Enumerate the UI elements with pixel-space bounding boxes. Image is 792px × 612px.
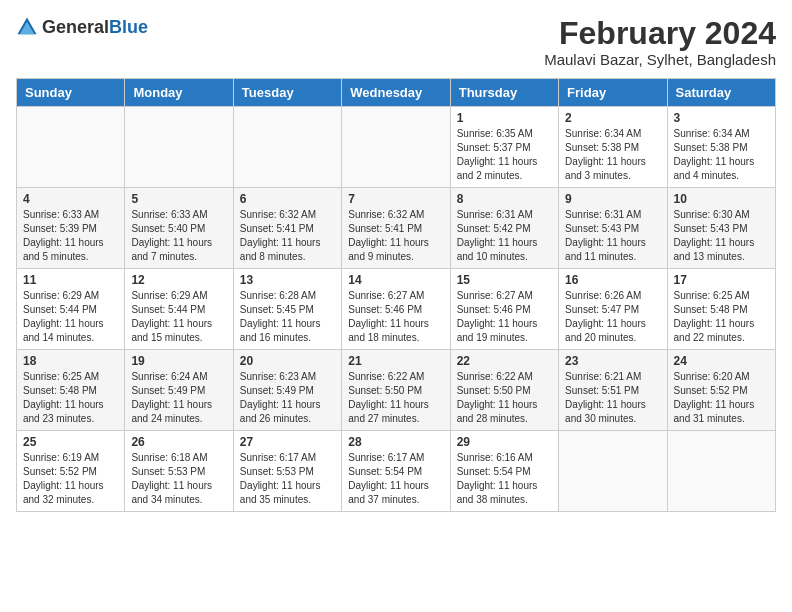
day-info: Sunrise: 6:35 AM Sunset: 5:37 PM Dayligh… <box>457 127 552 183</box>
day-info: Sunrise: 6:26 AM Sunset: 5:47 PM Dayligh… <box>565 289 660 345</box>
day-info: Sunrise: 6:32 AM Sunset: 5:41 PM Dayligh… <box>348 208 443 264</box>
logo-text-general: General <box>42 17 109 37</box>
day-number: 1 <box>457 111 552 125</box>
day-number: 6 <box>240 192 335 206</box>
calendar-cell: 6Sunrise: 6:32 AM Sunset: 5:41 PM Daylig… <box>233 188 341 269</box>
day-info: Sunrise: 6:20 AM Sunset: 5:52 PM Dayligh… <box>674 370 769 426</box>
calendar-cell <box>342 107 450 188</box>
day-info: Sunrise: 6:17 AM Sunset: 5:54 PM Dayligh… <box>348 451 443 507</box>
calendar-cell: 29Sunrise: 6:16 AM Sunset: 5:54 PM Dayli… <box>450 431 558 512</box>
calendar-cell: 4Sunrise: 6:33 AM Sunset: 5:39 PM Daylig… <box>17 188 125 269</box>
day-info: Sunrise: 6:21 AM Sunset: 5:51 PM Dayligh… <box>565 370 660 426</box>
day-info: Sunrise: 6:16 AM Sunset: 5:54 PM Dayligh… <box>457 451 552 507</box>
calendar-cell: 12Sunrise: 6:29 AM Sunset: 5:44 PM Dayli… <box>125 269 233 350</box>
calendar-cell <box>559 431 667 512</box>
calendar-cell <box>17 107 125 188</box>
calendar-cell: 24Sunrise: 6:20 AM Sunset: 5:52 PM Dayli… <box>667 350 775 431</box>
calendar-cell: 13Sunrise: 6:28 AM Sunset: 5:45 PM Dayli… <box>233 269 341 350</box>
day-info: Sunrise: 6:25 AM Sunset: 5:48 PM Dayligh… <box>674 289 769 345</box>
calendar-week-row: 4Sunrise: 6:33 AM Sunset: 5:39 PM Daylig… <box>17 188 776 269</box>
day-info: Sunrise: 6:19 AM Sunset: 5:52 PM Dayligh… <box>23 451 118 507</box>
calendar-cell: 19Sunrise: 6:24 AM Sunset: 5:49 PM Dayli… <box>125 350 233 431</box>
calendar-cell <box>233 107 341 188</box>
calendar-cell: 9Sunrise: 6:31 AM Sunset: 5:43 PM Daylig… <box>559 188 667 269</box>
calendar-cell: 20Sunrise: 6:23 AM Sunset: 5:49 PM Dayli… <box>233 350 341 431</box>
day-number: 10 <box>674 192 769 206</box>
day-info: Sunrise: 6:25 AM Sunset: 5:48 PM Dayligh… <box>23 370 118 426</box>
calendar-cell: 5Sunrise: 6:33 AM Sunset: 5:40 PM Daylig… <box>125 188 233 269</box>
calendar-week-row: 1Sunrise: 6:35 AM Sunset: 5:37 PM Daylig… <box>17 107 776 188</box>
day-number: 25 <box>23 435 118 449</box>
day-info: Sunrise: 6:22 AM Sunset: 5:50 PM Dayligh… <box>348 370 443 426</box>
day-info: Sunrise: 6:33 AM Sunset: 5:40 PM Dayligh… <box>131 208 226 264</box>
calendar-week-row: 18Sunrise: 6:25 AM Sunset: 5:48 PM Dayli… <box>17 350 776 431</box>
calendar-cell: 27Sunrise: 6:17 AM Sunset: 5:53 PM Dayli… <box>233 431 341 512</box>
day-number: 16 <box>565 273 660 287</box>
calendar-cell <box>125 107 233 188</box>
day-number: 4 <box>23 192 118 206</box>
day-number: 21 <box>348 354 443 368</box>
calendar-week-row: 11Sunrise: 6:29 AM Sunset: 5:44 PM Dayli… <box>17 269 776 350</box>
calendar-location: Maulavi Bazar, Sylhet, Bangladesh <box>544 51 776 68</box>
calendar-day-header: Sunday <box>17 79 125 107</box>
calendar-day-header: Tuesday <box>233 79 341 107</box>
day-info: Sunrise: 6:18 AM Sunset: 5:53 PM Dayligh… <box>131 451 226 507</box>
calendar-cell <box>667 431 775 512</box>
day-number: 18 <box>23 354 118 368</box>
day-number: 29 <box>457 435 552 449</box>
day-number: 2 <box>565 111 660 125</box>
day-info: Sunrise: 6:33 AM Sunset: 5:39 PM Dayligh… <box>23 208 118 264</box>
day-number: 28 <box>348 435 443 449</box>
day-info: Sunrise: 6:24 AM Sunset: 5:49 PM Dayligh… <box>131 370 226 426</box>
day-number: 9 <box>565 192 660 206</box>
calendar-cell: 7Sunrise: 6:32 AM Sunset: 5:41 PM Daylig… <box>342 188 450 269</box>
day-info: Sunrise: 6:22 AM Sunset: 5:50 PM Dayligh… <box>457 370 552 426</box>
day-info: Sunrise: 6:29 AM Sunset: 5:44 PM Dayligh… <box>23 289 118 345</box>
logo-text-blue: Blue <box>109 17 148 37</box>
day-info: Sunrise: 6:34 AM Sunset: 5:38 PM Dayligh… <box>674 127 769 183</box>
page-header: GeneralBlue February 2024 Maulavi Bazar,… <box>16 16 776 68</box>
calendar-cell: 23Sunrise: 6:21 AM Sunset: 5:51 PM Dayli… <box>559 350 667 431</box>
day-number: 7 <box>348 192 443 206</box>
calendar-table: SundayMondayTuesdayWednesdayThursdayFrid… <box>16 78 776 512</box>
calendar-day-header: Thursday <box>450 79 558 107</box>
calendar-day-header: Saturday <box>667 79 775 107</box>
day-info: Sunrise: 6:17 AM Sunset: 5:53 PM Dayligh… <box>240 451 335 507</box>
day-number: 14 <box>348 273 443 287</box>
day-number: 27 <box>240 435 335 449</box>
day-info: Sunrise: 6:31 AM Sunset: 5:43 PM Dayligh… <box>565 208 660 264</box>
day-info: Sunrise: 6:27 AM Sunset: 5:46 PM Dayligh… <box>348 289 443 345</box>
calendar-cell: 17Sunrise: 6:25 AM Sunset: 5:48 PM Dayli… <box>667 269 775 350</box>
calendar-cell: 21Sunrise: 6:22 AM Sunset: 5:50 PM Dayli… <box>342 350 450 431</box>
calendar-cell: 11Sunrise: 6:29 AM Sunset: 5:44 PM Dayli… <box>17 269 125 350</box>
calendar-cell: 22Sunrise: 6:22 AM Sunset: 5:50 PM Dayli… <box>450 350 558 431</box>
calendar-cell: 1Sunrise: 6:35 AM Sunset: 5:37 PM Daylig… <box>450 107 558 188</box>
calendar-cell: 8Sunrise: 6:31 AM Sunset: 5:42 PM Daylig… <box>450 188 558 269</box>
day-info: Sunrise: 6:28 AM Sunset: 5:45 PM Dayligh… <box>240 289 335 345</box>
day-number: 24 <box>674 354 769 368</box>
day-number: 23 <box>565 354 660 368</box>
calendar-week-row: 25Sunrise: 6:19 AM Sunset: 5:52 PM Dayli… <box>17 431 776 512</box>
calendar-day-header: Friday <box>559 79 667 107</box>
day-info: Sunrise: 6:32 AM Sunset: 5:41 PM Dayligh… <box>240 208 335 264</box>
day-number: 13 <box>240 273 335 287</box>
calendar-cell: 25Sunrise: 6:19 AM Sunset: 5:52 PM Dayli… <box>17 431 125 512</box>
day-info: Sunrise: 6:31 AM Sunset: 5:42 PM Dayligh… <box>457 208 552 264</box>
calendar-title: February 2024 <box>544 16 776 51</box>
calendar-cell: 28Sunrise: 6:17 AM Sunset: 5:54 PM Dayli… <box>342 431 450 512</box>
day-number: 19 <box>131 354 226 368</box>
day-number: 17 <box>674 273 769 287</box>
calendar-cell: 16Sunrise: 6:26 AM Sunset: 5:47 PM Dayli… <box>559 269 667 350</box>
day-number: 11 <box>23 273 118 287</box>
logo: GeneralBlue <box>16 16 148 38</box>
calendar-cell: 18Sunrise: 6:25 AM Sunset: 5:48 PM Dayli… <box>17 350 125 431</box>
day-info: Sunrise: 6:30 AM Sunset: 5:43 PM Dayligh… <box>674 208 769 264</box>
day-number: 20 <box>240 354 335 368</box>
day-info: Sunrise: 6:29 AM Sunset: 5:44 PM Dayligh… <box>131 289 226 345</box>
calendar-cell: 2Sunrise: 6:34 AM Sunset: 5:38 PM Daylig… <box>559 107 667 188</box>
calendar-cell: 3Sunrise: 6:34 AM Sunset: 5:38 PM Daylig… <box>667 107 775 188</box>
day-number: 3 <box>674 111 769 125</box>
day-info: Sunrise: 6:23 AM Sunset: 5:49 PM Dayligh… <box>240 370 335 426</box>
title-area: February 2024 Maulavi Bazar, Sylhet, Ban… <box>544 16 776 68</box>
day-number: 5 <box>131 192 226 206</box>
